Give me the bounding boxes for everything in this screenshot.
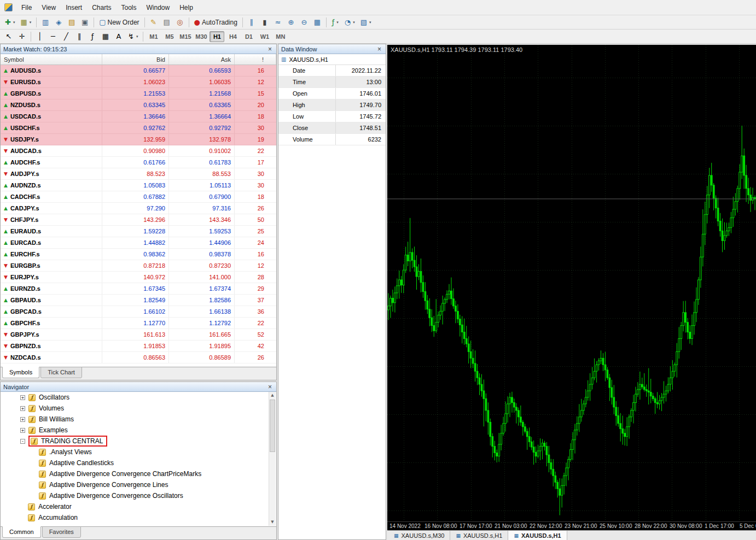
menu-item-help[interactable]: Help xyxy=(175,1,198,14)
timeframe-mn-button[interactable]: MN xyxy=(273,31,288,42)
expand-plus-icon[interactable]: + xyxy=(20,406,25,411)
chart-plot-area[interactable]: XAUUSD.s,H1 1793.11 1794.39 1793.11 1793… xyxy=(387,45,756,521)
horizontal-line-button[interactable]: ─ xyxy=(47,31,59,43)
table-row[interactable]: ▲EURCHF.s0.983620.9837816 xyxy=(1,249,276,260)
timeframe-h4-button[interactable]: H4 xyxy=(225,31,240,42)
navigator-item-examples[interactable]: +ƒExamples xyxy=(1,425,276,436)
zoom-out-button[interactable]: ⊖ xyxy=(298,16,310,28)
navigator-item-adaptive-divergence-convergence-chartpricemarks[interactable]: ƒAdaptive Divergence Convergence ChartPr… xyxy=(1,468,276,479)
scroll-down-icon[interactable]: ▼ xyxy=(269,519,276,526)
candlestick-chart[interactable] xyxy=(387,45,756,521)
candlestick-chart-button[interactable]: ▮ xyxy=(259,16,271,28)
navigator-item-adaptive-divergence-convergence-oscillators[interactable]: ƒAdaptive Divergence Convergence Oscilla… xyxy=(1,490,276,501)
tab-favorites[interactable]: Favorites xyxy=(42,526,81,538)
table-row[interactable]: ▼GBPNZD.s1.918531.9189542 xyxy=(1,341,276,352)
collapse-minus-icon[interactable]: - xyxy=(20,439,25,444)
timeframe-m30-button[interactable]: M30 xyxy=(194,31,208,42)
navigator-button[interactable]: ▤ xyxy=(66,16,78,28)
menu-item-insert[interactable]: Insert xyxy=(61,1,87,14)
table-row[interactable]: ▲GBPUSD.s1.215531.2156815 xyxy=(1,88,276,99)
table-row[interactable]: ▲AUDUSD.s0.665770.6659316 xyxy=(1,65,276,77)
community-button[interactable]: ◎ xyxy=(174,16,186,28)
bar-chart-button[interactable]: ‖ xyxy=(246,16,258,28)
timeframe-h1-button[interactable]: H1 xyxy=(210,31,224,42)
data-window-button[interactable]: ◈ xyxy=(53,16,65,28)
profiles-button[interactable]: ▦▾ xyxy=(18,16,33,28)
tile-windows-button[interactable]: ▦ xyxy=(311,16,323,28)
chart-date-axis[interactable]: 14 Nov 202216 Nov 08:0017 Nov 17:0021 No… xyxy=(387,521,756,530)
table-row[interactable]: ▲EURNZD.s1.673451.6737429 xyxy=(1,283,276,295)
terminal-button[interactable]: ▣ xyxy=(79,16,91,28)
navigator-item-accelerator[interactable]: ƒAccelerator xyxy=(1,501,276,512)
zoom-in-button[interactable]: ⊕ xyxy=(285,16,297,28)
vertical-line-button[interactable]: │ xyxy=(34,31,46,43)
templates-button[interactable]: ▧▾ xyxy=(358,16,374,28)
expand-plus-icon[interactable]: + xyxy=(20,428,25,433)
navigator-item-bill-williams[interactable]: +ƒBill Williams xyxy=(1,414,276,425)
chart-tab-2[interactable]: ▦XAUUSD.s,H1 xyxy=(508,531,567,540)
table-row[interactable]: ▼CHFJPY.s143.296143.34650 xyxy=(1,214,276,226)
metaeditor-button[interactable]: ✎ xyxy=(148,16,160,28)
print-button[interactable]: ▤ xyxy=(161,16,173,28)
navigator-scrollbar[interactable]: ▲ ▼ xyxy=(269,392,276,526)
table-row[interactable]: ▲EURAUD.s1.592281.5925325 xyxy=(1,226,276,237)
new-order-button[interactable]: ▢New Order xyxy=(97,16,141,28)
timeframe-d1-button[interactable]: D1 xyxy=(241,31,256,42)
navigator-item-accumulation[interactable]: ƒAccumulation xyxy=(1,512,276,523)
expand-plus-icon[interactable]: + xyxy=(20,417,25,422)
close-icon[interactable]: × xyxy=(376,46,383,52)
table-row[interactable]: ▼EURUSD.s1.060231.0603512 xyxy=(1,77,276,88)
menu-item-window[interactable]: Window xyxy=(142,1,175,14)
navigator-item--analyst-views[interactable]: ƒ.Analyst Views xyxy=(1,447,276,457)
menu-item-view[interactable]: View xyxy=(37,1,61,14)
dropdown-arrow-icon[interactable]: ▾ xyxy=(353,20,355,25)
table-row[interactable]: ▼NZDCAD.s0.865630.8658926 xyxy=(1,352,276,363)
navigator-item-trading-central[interactable]: -ƒTRADING CENTRAL xyxy=(1,436,276,447)
navigator-item-adaptive-divergence-convergence-lines[interactable]: ƒAdaptive Divergence Convergence Lines xyxy=(1,479,276,490)
expand-plus-icon[interactable]: + xyxy=(20,395,25,400)
channel-button[interactable]: ∥ xyxy=(73,31,85,43)
tab-tick-chart[interactable]: Tick Chart xyxy=(40,367,82,378)
indicators-button[interactable]: ƒ▾ xyxy=(329,16,341,28)
close-icon[interactable]: × xyxy=(266,384,274,390)
menu-item-charts[interactable]: Charts xyxy=(87,1,116,14)
chart-tab-0[interactable]: ▦XAUUSD.s,M30 xyxy=(388,531,450,540)
menu-item-file[interactable]: File xyxy=(16,1,37,14)
menu-item-tools[interactable]: Tools xyxy=(117,1,142,14)
dropdown-arrow-icon[interactable]: ▾ xyxy=(136,34,138,39)
table-row[interactable]: ▼GBPJPY.s161.613161.66552 xyxy=(1,329,276,341)
table-row[interactable]: ▲AUDCHF.s0.617660.6178317 xyxy=(1,157,276,168)
cursor-button[interactable]: ↖ xyxy=(3,31,15,43)
navigator-item-volumes[interactable]: +ƒVolumes xyxy=(1,403,276,414)
scroll-up-icon[interactable]: ▲ xyxy=(269,392,276,399)
column-symbol[interactable]: Symbol xyxy=(1,54,102,64)
table-row[interactable]: ▲GBPCHF.s1.127701.1279222 xyxy=(1,318,276,329)
tab-common[interactable]: Common xyxy=(2,526,41,538)
table-row[interactable]: ▲GBPAUD.s1.825491.8258637 xyxy=(1,295,276,306)
dropdown-arrow-icon[interactable]: ▾ xyxy=(369,20,371,25)
dropdown-arrow-icon[interactable]: ▾ xyxy=(13,20,15,25)
scrollbar-thumb[interactable] xyxy=(270,400,275,452)
close-icon[interactable]: × xyxy=(266,46,274,52)
table-row[interactable]: ▲CADCHF.s0.678820.6790018 xyxy=(1,191,276,203)
tab-symbols[interactable]: Symbols xyxy=(2,367,39,378)
periods-button[interactable]: ◔▾ xyxy=(342,16,357,28)
table-row[interactable]: ▼USDJPY.s132.959132.97819 xyxy=(1,134,276,145)
table-row[interactable]: ▲EURCAD.s1.448821.4490624 xyxy=(1,237,276,249)
autotrading-button[interactable]: ●AutoTrading xyxy=(192,16,240,28)
shapes-button[interactable]: ▦ xyxy=(100,31,112,43)
line-chart-button[interactable]: ≈ xyxy=(272,16,284,28)
table-row[interactable]: ▲NZDUSD.s0.633450.6336520 xyxy=(1,99,276,111)
crosshair-button[interactable]: ✛ xyxy=(16,31,28,43)
dropdown-arrow-icon[interactable]: ▾ xyxy=(336,20,339,25)
table-row[interactable]: ▼EURGBP.s0.872180.8723012 xyxy=(1,260,276,272)
dropdown-arrow-icon[interactable]: ▾ xyxy=(30,20,32,25)
arrows-button[interactable]: ↯▾ xyxy=(126,31,140,43)
table-row[interactable]: ▼AUDJPY.s88.52388.55330 xyxy=(1,168,276,180)
column-spread[interactable]: ! xyxy=(235,54,276,64)
navigator-item-oscillators[interactable]: +ƒOscillators xyxy=(1,392,276,403)
table-row[interactable]: ▼AUDCAD.s0.909800.9100222 xyxy=(1,145,276,157)
new-chart-button[interactable]: ✚▾ xyxy=(3,16,17,28)
table-row[interactable]: ▲CADJPY.s97.29097.31626 xyxy=(1,203,276,214)
app-icon[interactable] xyxy=(4,3,13,11)
